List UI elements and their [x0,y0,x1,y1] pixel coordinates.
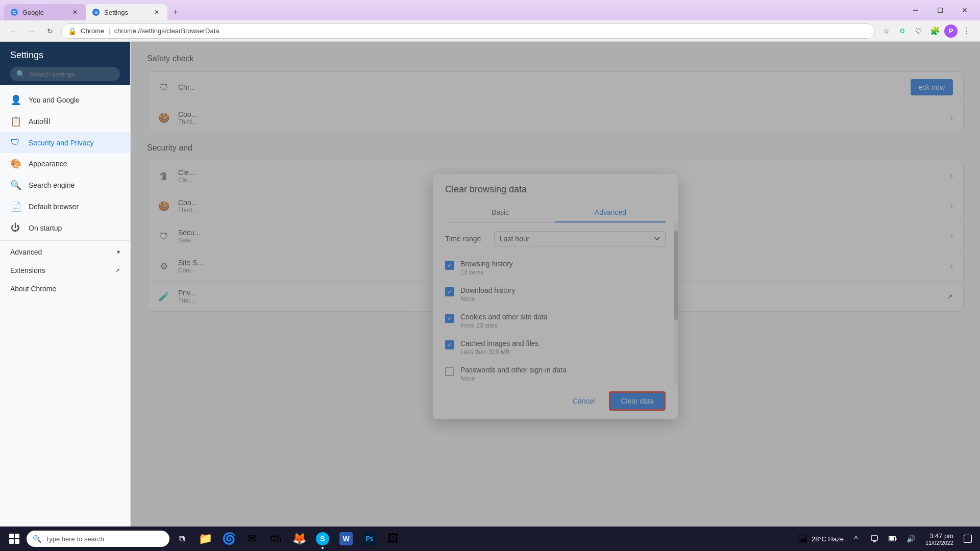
sidebar-item-startup[interactable]: ⏻ On startup [0,217,130,238]
minimize-button[interactable] [904,2,927,18]
clock-date: 11/02/2022 [925,540,953,546]
battery-icon[interactable] [885,531,901,547]
person-icon: 👤 [10,94,20,106]
profile-avatar[interactable]: P [944,24,958,38]
svg-text:G: G [12,10,16,15]
windows-icon [9,534,19,544]
google-favicon: G [10,8,18,16]
shield-icon: 🛡 [10,137,20,148]
weather-icon: 🌤 [797,533,807,545]
taskbar-right: 🌤 28°C Haze ^ 🔊 3:47 pm 11/02/2022 [797,531,976,547]
settings-favicon: ⚙ [92,8,100,16]
lock-icon: 🔒 [68,27,77,35]
bookmark-icon[interactable]: ☆ [879,24,893,38]
firefox-icon: 🦊 [292,532,306,545]
taskbar-search-icon: 🔍 [33,535,41,543]
toolbar-icons: ☆ G 🛡 🧩 P ⋮ [879,24,974,38]
system-tray-chevron[interactable]: ^ [848,531,864,547]
sidebar-item-autofill[interactable]: 📋 Autofill [0,111,130,132]
taskbar-app-firefox[interactable]: 🦊 [288,528,310,550]
skype-icon: S [316,532,329,545]
back-button[interactable]: ← [6,24,20,38]
taskbar-search[interactable]: 🔍 Type here to search [27,531,169,547]
taskbar-app-store[interactable]: 🛍 [264,528,287,550]
sidebar-item-security[interactable]: 🛡 Security and Privacy [0,132,130,153]
svg-rect-12 [964,535,972,543]
address-separator: | [108,27,110,35]
volume-icon[interactable]: 🔊 [903,531,919,547]
sidebar-item-extensions[interactable]: Extensions ↗ [0,261,130,280]
search-icon: 🔍 [16,70,25,78]
settings-title: Settings [10,50,120,67]
sidebar-label-extensions: Extensions [10,266,45,274]
taskbar-app-ps[interactable]: Ps [358,528,381,550]
sidebar-label-default: Default browser [29,203,79,211]
taskbar-app-mail[interactable]: ✉ [241,528,263,550]
tab-google[interactable]: G Google ✕ [4,4,86,20]
sidebar-label-search: Search engine [29,181,75,189]
default-browser-icon: 📄 [10,201,20,212]
extensions-icon[interactable]: 🧩 [928,24,942,38]
close-button[interactable]: ✕ [953,2,976,18]
sidebar-label-autofill: Autofill [29,117,50,126]
sidebar-item-you-google[interactable]: 👤 You and Google [0,89,130,111]
address-host: Chrome [81,27,104,35]
new-tab-button[interactable]: + [167,4,184,20]
modal-backdrop [131,42,980,551]
files-icon: 📁 [199,532,212,545]
taskbar-search-text: Type here to search [45,535,104,543]
svg-rect-4 [913,10,918,11]
svg-rect-6 [871,536,877,540]
taskbar-app-edge[interactable]: 🌀 [217,528,240,550]
taskbar-app-word[interactable]: W [335,528,357,550]
menu-icon[interactable]: ⋮ [960,24,974,38]
tab-settings-label: Settings [104,9,128,16]
browser-content: Settings 🔍 👤 You and Google 📋 Autofill 🛡 [0,42,980,551]
search-settings-input[interactable] [29,70,114,78]
display-icon[interactable] [866,531,883,547]
settings-sidebar: Settings 🔍 👤 You and Google 📋 Autofill 🛡 [0,42,131,551]
search-engine-icon: 🔍 [10,180,20,191]
taskbar: 🔍 Type here to search ⧉ 📁 🌀 ✉ 🛍 🦊 S [0,527,980,551]
sidebar-item-default-browser[interactable]: 📄 Default browser [0,196,130,217]
svg-rect-5 [938,8,943,13]
taskbar-app-photos[interactable]: 🖼 [382,528,404,550]
clock-time: 3:47 pm [925,532,953,540]
tab-google-close[interactable]: ✕ [70,8,80,17]
external-link-icon: ↗ [115,267,120,274]
address-bar[interactable]: 🔒 Chrome | chrome://settings/clearBrowse… [61,23,875,39]
browser-window: G Google ✕ ⚙ Settings ✕ + ✕ [0,0,980,551]
start-button[interactable] [4,529,24,549]
taskbar-apps: 📁 🌀 ✉ 🛍 🦊 S W Ps 🖼 [194,528,404,550]
notification-button[interactable] [960,531,976,547]
reload-button[interactable]: ↻ [43,24,57,38]
appearance-icon: 🎨 [10,158,20,169]
mail-icon: ✉ [248,532,257,545]
address-url: chrome://settings/clearBrowserData [114,27,219,35]
weather-text: 28°C Haze [810,535,846,543]
taskbar-app-skype[interactable]: S [311,528,334,550]
autofill-icon: 📋 [10,116,20,127]
shield-ext-icon[interactable]: 🛡 [912,24,926,38]
sidebar-item-advanced[interactable]: Advanced ▾ [0,243,130,261]
maximize-button[interactable] [929,2,951,18]
task-view-button[interactable]: ⧉ [172,529,192,549]
store-icon: 🛍 [270,532,281,545]
svg-rect-10 [889,537,894,541]
address-bar-row: ← → ↻ 🔒 Chrome | chrome://settings/clear… [0,20,980,42]
sidebar-item-about[interactable]: About Chrome [0,280,130,298]
grammarly-icon[interactable]: G [895,24,910,38]
taskbar-app-files[interactable]: 📁 [194,528,216,550]
sidebar-label-startup: On startup [29,224,62,232]
sidebar-label-you-google: You and Google [29,96,80,104]
taskbar-clock[interactable]: 3:47 pm 11/02/2022 [921,532,958,546]
sidebar-item-search[interactable]: 🔍 Search engine [0,174,130,196]
svg-rect-11 [895,538,896,540]
tab-settings[interactable]: ⚙ Settings ✕ [86,4,167,20]
forward-button[interactable]: → [24,24,39,38]
title-bar: G Google ✕ ⚙ Settings ✕ + ✕ [0,0,980,20]
sidebar-nav: 👤 You and Google 📋 Autofill 🛡 Security a… [0,85,130,551]
sidebar-item-appearance[interactable]: 🎨 Appearance [0,153,130,174]
tabs-area: G Google ✕ ⚙ Settings ✕ + [4,0,900,20]
tab-settings-close[interactable]: ✕ [152,8,161,17]
